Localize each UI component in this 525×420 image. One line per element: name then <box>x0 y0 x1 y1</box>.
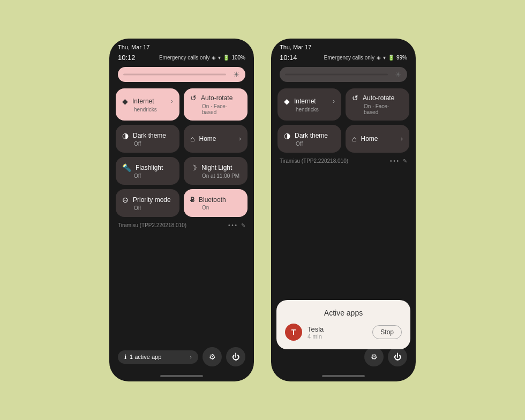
tile-home-1[interactable]: ⌂ Home › <box>184 125 248 153</box>
darktheme-title-2: Dark theme <box>295 132 328 139</box>
settings-icon-2: ⚙ <box>371 352 378 361</box>
darktheme-subtitle-2: Off <box>284 141 335 147</box>
tile-home-header-2: ⌂ Home › <box>352 134 403 143</box>
phone-2: Thu, Mar 17 10:14 Emergency calls only ◈… <box>271 39 416 381</box>
tile-autorotate-left-2: ↺ Auto-rotate <box>352 94 394 102</box>
stop-button[interactable]: Stop <box>372 325 402 339</box>
autorotate-title-1: Auto-rotate <box>201 94 232 102</box>
brightness-slider-2[interactable]: ☀ <box>280 67 407 82</box>
wifi-icon-1: ▾ <box>218 55 221 61</box>
status-row-2: 10:14 Emergency calls only ◈ ▾ 🔋 99% <box>271 52 416 65</box>
tile-home-left-1: ⌂ Home <box>190 134 216 143</box>
tile-darktheme-left-1: ◑ Dark theme <box>122 131 166 140</box>
flashlight-subtitle-1: Off <box>122 173 173 179</box>
tesla-icon: T <box>285 324 302 341</box>
bottom-info-icons-1: • • • ✎ <box>228 222 245 228</box>
nightlight-icon-1: ☽ <box>190 163 197 172</box>
tile-flashlight-header-1: 🔦 Flashlight <box>122 163 173 172</box>
status-right-2: Emergency calls only ◈ ▾ 🔋 99% <box>324 55 408 61</box>
active-app-pill-1[interactable]: ℹ 1 active app › <box>118 350 198 364</box>
emergency-text-2: Emergency calls only <box>324 55 374 61</box>
tile-bluetooth-left-1: Ƀ Bluetooth <box>190 196 226 204</box>
status-bar-1: Thu, Mar 17 <box>109 39 254 52</box>
tile-internet-header-1: ◆ Internet › <box>122 97 173 106</box>
power-button-2[interactable]: ⏻ <box>388 347 407 366</box>
phone-1: Thu, Mar 17 10:12 Emergency calls only ◈… <box>109 39 254 381</box>
brightness-slider-1[interactable]: ☀ <box>118 67 245 82</box>
tile-flashlight-1[interactable]: 🔦 Flashlight Off <box>116 157 179 185</box>
tile-internet-2[interactable]: ◆ Internet › hendricks <box>278 88 341 121</box>
settings-button-2[interactable]: ⚙ <box>364 347 384 366</box>
battery-icon-2: 🔋 <box>388 55 394 61</box>
darktheme-icon-2: ◑ <box>284 131 290 140</box>
tile-darktheme-1[interactable]: ◑ Dark theme Off <box>116 125 179 153</box>
darktheme-subtitle-1: Off <box>122 141 173 147</box>
nightlight-subtitle-1: On at 11:00 PM <box>190 173 241 179</box>
active-app-label-1: 1 active app <box>130 354 161 360</box>
dots-1: • • • <box>228 222 237 228</box>
home-icon-2: ⌂ <box>352 134 356 143</box>
edit-icon-1: ✎ <box>241 222 245 228</box>
autorotate-icon-1: ↺ <box>190 94 197 102</box>
autorotate-subtitle-1: On · Face-based <box>190 103 241 115</box>
home-title-2: Home <box>361 135 378 142</box>
tile-nightlight-left-1: ☽ Night Light <box>190 163 232 172</box>
signal-icon-2: ◈ <box>377 55 381 61</box>
home-indicator-2 <box>322 375 365 377</box>
tile-nightlight-header-1: ☽ Night Light <box>190 163 241 172</box>
internet-icon-2: ◆ <box>284 97 290 106</box>
autorotate-title-2: Auto-rotate <box>363 94 394 102</box>
bottom-info-1: Tiramisu (TPP2.220218.010) • • • ✎ <box>109 219 254 231</box>
bottom-info-icons-2: • • • ✎ <box>390 158 407 164</box>
status-bar-2: Thu, Mar 17 <box>271 39 416 52</box>
build-text-1: Tiramisu (TPP2.220218.010) <box>118 222 186 228</box>
tile-internet-1[interactable]: ◆ Internet › hendricks <box>116 88 179 121</box>
tile-priority-header-1: ⊖ Priority mode <box>122 196 173 204</box>
autorotate-icon-2: ↺ <box>352 94 358 102</box>
settings-icon-1: ⚙ <box>209 352 216 361</box>
internet-chevron-2: › <box>333 98 335 105</box>
tile-darktheme-2[interactable]: ◑ Dark theme Off <box>278 125 341 153</box>
tile-home-left-2: ⌂ Home <box>352 134 378 143</box>
tile-darktheme-header-2: ◑ Dark theme <box>284 131 335 140</box>
tile-darktheme-header-1: ◑ Dark theme <box>122 131 173 140</box>
priority-title-1: Priority mode <box>133 196 171 204</box>
status-row-1: 10:12 Emergency calls only ◈ ▾ 🔋 100% <box>109 52 254 65</box>
flashlight-icon-1: 🔦 <box>122 163 131 172</box>
home-chevron-2: › <box>401 135 403 142</box>
home-indicator-1 <box>160 375 203 377</box>
tile-autorotate-header-2: ↺ Auto-rotate <box>352 94 403 102</box>
tile-autorotate-1[interactable]: ↺ Auto-rotate On · Face-based <box>184 88 248 121</box>
nightlight-title-1: Night Light <box>201 164 232 171</box>
tile-bluetooth-header-1: Ƀ Bluetooth <box>190 196 241 204</box>
active-app-name: Tesla <box>308 325 367 333</box>
bluetooth-title-1: Bluetooth <box>199 196 226 204</box>
bottom-info-2: Tiramisu (TPP2.220218.010) • • • ✎ <box>271 155 416 167</box>
flashlight-title-1: Flashlight <box>136 164 163 171</box>
tile-darktheme-left-2: ◑ Dark theme <box>284 131 328 140</box>
active-apps-title: Active apps <box>285 309 402 317</box>
tile-bluetooth-1[interactable]: Ƀ Bluetooth On <box>184 189 248 217</box>
power-button-1[interactable]: ⏻ <box>226 347 245 366</box>
tile-home-2[interactable]: ⌂ Home › <box>346 125 409 153</box>
bluetooth-subtitle-1: On <box>190 205 241 211</box>
autorotate-subtitle-2: On · Face-based <box>352 103 403 115</box>
tile-autorotate-2[interactable]: ↺ Auto-rotate On · Face-based <box>346 88 409 121</box>
status-date-2: Thu, Mar 17 <box>280 44 311 50</box>
bottom-bar-1: ℹ 1 active app › ⚙ ⏻ <box>109 343 254 373</box>
tile-internet-left-1: ◆ Internet <box>122 97 154 106</box>
build-text-2: Tiramisu (TPP2.220218.010) <box>280 158 348 164</box>
battery-pct-2: 99% <box>396 55 407 61</box>
settings-button-1[interactable]: ⚙ <box>202 347 222 366</box>
info-icon-1: ℹ <box>124 354 126 361</box>
active-app-info: Tesla 4 min <box>308 325 367 340</box>
tiles-grid-2: ◆ Internet › hendricks ↺ Auto-rotate On … <box>271 86 416 155</box>
tile-priority-1[interactable]: ⊖ Priority mode Off <box>116 189 179 217</box>
wifi-icon-2: ▾ <box>383 55 386 61</box>
internet-icon-1: ◆ <box>122 97 128 106</box>
edit-icon-2: ✎ <box>403 158 407 164</box>
home-title-1: Home <box>199 135 216 142</box>
tile-nightlight-1[interactable]: ☽ Night Light On at 11:00 PM <box>184 157 248 185</box>
signal-icon-1: ◈ <box>212 55 216 61</box>
status-time-1: 10:12 <box>118 54 136 62</box>
